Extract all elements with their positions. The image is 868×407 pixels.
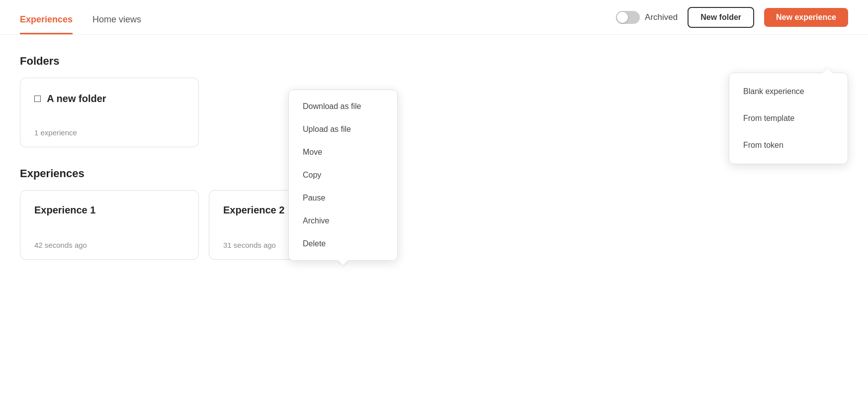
experience-card-1-meta: 42 seconds ago: [34, 241, 184, 249]
tab-home-views[interactable]: Home views: [92, 14, 141, 34]
context-menu-pause[interactable]: Pause: [289, 187, 397, 209]
experience-card-1-title: Experience 1: [34, 204, 184, 216]
folders-section: Folders □ A new folder 1 experience: [20, 55, 848, 147]
archived-label: Archived: [645, 12, 678, 22]
experiences-section-title: Experiences: [20, 167, 848, 180]
folders-section-title: Folders: [20, 55, 848, 68]
new-experience-dropdown: Blank experience From template From toke…: [729, 73, 848, 164]
folder-icon: □: [34, 92, 41, 105]
header-actions: Archived New folder New experience: [616, 7, 848, 28]
toggle-knob: [617, 12, 628, 23]
archived-toggle[interactable]: Archived: [616, 11, 678, 24]
context-menu-move[interactable]: Move: [289, 141, 397, 164]
toggle-switch[interactable]: [616, 11, 640, 24]
main-content: Folders □ A new folder 1 experience Expe…: [0, 35, 868, 300]
tab-experiences[interactable]: Experiences: [20, 14, 73, 34]
new-exp-template[interactable]: From template: [729, 105, 848, 132]
experiences-grid: Experience 1 42 seconds ago Experience 2…: [20, 190, 848, 260]
new-exp-blank[interactable]: Blank experience: [729, 78, 848, 105]
experiences-section: Experiences Experience 1 42 seconds ago …: [20, 167, 848, 260]
folder-card-title: □ A new folder: [34, 92, 184, 105]
context-menu-download[interactable]: Download as file: [289, 95, 397, 118]
tab-bar: Experiences Home views: [20, 0, 141, 34]
experience-card-1[interactable]: Experience 1 42 seconds ago: [20, 190, 199, 260]
folders-grid: □ A new folder 1 experience: [20, 78, 848, 147]
new-experience-button[interactable]: New experience: [764, 8, 848, 27]
new-exp-token[interactable]: From token: [729, 132, 848, 159]
folder-card-meta: 1 experience: [34, 128, 184, 137]
new-folder-button[interactable]: New folder: [688, 7, 754, 28]
header: Experiences Home views Archived New fold…: [0, 0, 868, 35]
folder-card[interactable]: □ A new folder 1 experience: [20, 78, 199, 147]
context-menu-copy[interactable]: Copy: [289, 164, 397, 187]
context-menu-upload[interactable]: Upload as file: [289, 118, 397, 141]
context-menu-delete[interactable]: Delete: [289, 232, 397, 255]
context-menu-archive[interactable]: Archive: [289, 209, 397, 232]
context-menu: Download as file Upload as file Move Cop…: [288, 90, 398, 261]
